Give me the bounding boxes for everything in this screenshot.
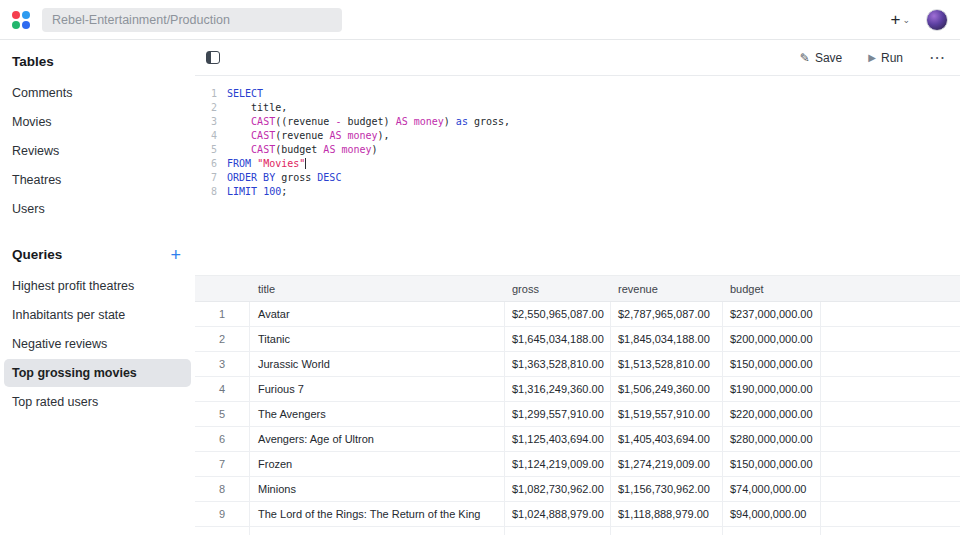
cell-rownum[interactable]: 8	[195, 477, 250, 502]
cell-budget[interactable]: $190,000,000.00	[723, 377, 821, 402]
cell-title[interactable]: Avengers: Age of Ultron	[250, 427, 505, 452]
cell-gross[interactable]	[505, 527, 611, 535]
sidebar-item-users[interactable]: Users	[4, 195, 191, 223]
column-header-gross: gross	[505, 275, 611, 302]
cell-filler	[821, 302, 960, 327]
logo-dot-2	[12, 21, 20, 29]
code-line: 7ORDER BY gross DESC	[195, 171, 960, 185]
cell-title[interactable]	[250, 527, 505, 535]
cell-gross[interactable]: $1,316,249,360.00	[505, 377, 611, 402]
cell-revenue[interactable]: $1,519,557,910.00	[611, 402, 723, 427]
queries-list: Highest profit theatresInhabitants per s…	[0, 272, 195, 416]
cell-rownum[interactable]: 9	[195, 502, 250, 527]
line-number: 2	[203, 101, 217, 115]
code-token: ORDER BY	[227, 172, 275, 183]
code-token: LIMIT	[227, 186, 257, 197]
line-number: 3	[203, 115, 217, 129]
sidebar-item-theatres[interactable]: Theatres	[4, 166, 191, 194]
cell-rownum[interactable]: 6	[195, 427, 250, 452]
cell-rownum[interactable]: 5	[195, 402, 250, 427]
cell-revenue[interactable]: $1,513,528,810.00	[611, 352, 723, 377]
cell-gross[interactable]: $1,125,403,694.00	[505, 427, 611, 452]
cell-revenue[interactable]: $1,274,219,009.00	[611, 452, 723, 477]
cell-rownum[interactable]	[195, 527, 250, 535]
sql-editor[interactable]: 1SELECT2 title,3 CAST((revenue - budget)…	[195, 76, 960, 275]
cell-budget[interactable]: $150,000,000.00	[723, 452, 821, 477]
cell-budget[interactable]: $237,000,000.00	[723, 302, 821, 327]
code-token: SELECT	[227, 88, 263, 99]
cell-gross[interactable]: $1,124,219,009.00	[505, 452, 611, 477]
cell-budget[interactable]: $280,000,000.00	[723, 427, 821, 452]
user-avatar[interactable]	[926, 9, 948, 31]
code-token: as	[456, 116, 468, 127]
code-line: 4 CAST(revenue AS money),	[195, 129, 960, 143]
cell-revenue[interactable]	[611, 527, 723, 535]
cell-budget[interactable]: $94,000,000.00	[723, 502, 821, 527]
app-window: Rebel-Entertainment/Production + ⌄ Table…	[0, 0, 960, 535]
cell-title[interactable]: Minions	[250, 477, 505, 502]
sidebar-item-negative-reviews[interactable]: Negative reviews	[4, 330, 191, 358]
cell-budget[interactable]: $220,000,000.00	[723, 402, 821, 427]
main-panel: ✎ Save ▶ Run ⋯ 1SELECT2 title,3 CAST((re…	[195, 40, 960, 535]
cell-filler	[821, 427, 960, 452]
sidebar-item-top-rated-users[interactable]: Top rated users	[4, 388, 191, 416]
cell-gross[interactable]: $1,363,528,810.00	[505, 352, 611, 377]
code-content: CAST((revenue - budget) AS money) as gro…	[227, 115, 510, 129]
queries-section: Queries + Highest profit theatresInhabit…	[0, 247, 195, 416]
cell-budget[interactable]: $150,000,000.00	[723, 352, 821, 377]
cell-gross[interactable]: $1,645,034,188.00	[505, 327, 611, 352]
cell-filler	[821, 527, 960, 535]
cell-title[interactable]: Avatar	[250, 302, 505, 327]
code-token	[227, 116, 251, 127]
code-line: 2 title,	[195, 101, 960, 115]
cell-title[interactable]: Furious 7	[250, 377, 505, 402]
sidebar-item-highest-profit-theatres[interactable]: Highest profit theatres	[4, 272, 191, 300]
more-options-button[interactable]: ⋯	[929, 52, 946, 64]
cell-title[interactable]: The Lord of the Rings: The Return of the…	[250, 502, 505, 527]
save-button-label: Save	[815, 51, 842, 65]
code-token: )	[372, 144, 378, 155]
cell-gross[interactable]: $1,299,557,910.00	[505, 402, 611, 427]
cell-revenue[interactable]: $1,845,034,188.00	[611, 327, 723, 352]
run-button[interactable]: ▶ Run	[868, 51, 903, 65]
workspace-selector[interactable]: Rebel-Entertainment/Production	[42, 8, 342, 32]
code-content: CAST(revenue AS money),	[227, 129, 390, 143]
cell-gross[interactable]: $1,082,730,962.00	[505, 477, 611, 502]
cell-title[interactable]: The Avengers	[250, 402, 505, 427]
save-button[interactable]: ✎ Save	[800, 51, 842, 65]
cell-revenue[interactable]: $1,405,403,694.00	[611, 427, 723, 452]
add-query-button[interactable]: +	[170, 248, 181, 262]
cell-rownum[interactable]: 4	[195, 377, 250, 402]
cell-budget[interactable]	[723, 527, 821, 535]
code-token: gross,	[468, 116, 510, 127]
new-button[interactable]: + ⌄	[891, 10, 910, 30]
cell-budget[interactable]: $200,000,000.00	[723, 327, 821, 352]
sidebar-item-movies[interactable]: Movies	[4, 108, 191, 136]
pencil-icon: ✎	[800, 51, 810, 65]
text-cursor	[305, 158, 306, 169]
cell-title[interactable]: Jurassic World	[250, 352, 505, 377]
cell-revenue[interactable]: $1,118,888,979.00	[611, 502, 723, 527]
code-content: CAST(budget AS money)	[227, 143, 378, 157]
cell-revenue[interactable]: $1,156,730,962.00	[611, 477, 723, 502]
cell-revenue[interactable]: $1,506,249,360.00	[611, 377, 723, 402]
cell-gross[interactable]: $2,550,965,087.00	[505, 302, 611, 327]
cell-rownum[interactable]: 1	[195, 302, 250, 327]
column-header-budget: budget	[723, 275, 821, 302]
app-logo-icon[interactable]	[12, 11, 30, 29]
cell-gross[interactable]: $1,024,888,979.00	[505, 502, 611, 527]
sidebar-item-comments[interactable]: Comments	[4, 79, 191, 107]
sidebar-item-top-grossing-movies[interactable]: Top grossing movies	[4, 359, 191, 387]
cell-revenue[interactable]: $2,787,965,087.00	[611, 302, 723, 327]
cell-rownum[interactable]: 2	[195, 327, 250, 352]
code-token	[227, 144, 251, 155]
sidebar-item-inhabitants-per-state[interactable]: Inhabitants per state	[4, 301, 191, 329]
sidebar-item-reviews[interactable]: Reviews	[4, 137, 191, 165]
cell-rownum[interactable]: 7	[195, 452, 250, 477]
cell-rownum[interactable]: 3	[195, 352, 250, 377]
cell-title[interactable]: Frozen	[250, 452, 505, 477]
line-number: 7	[203, 171, 217, 185]
cell-title[interactable]: Titanic	[250, 327, 505, 352]
cell-budget[interactable]: $74,000,000.00	[723, 477, 821, 502]
toggle-sidebar-icon[interactable]	[206, 51, 220, 64]
